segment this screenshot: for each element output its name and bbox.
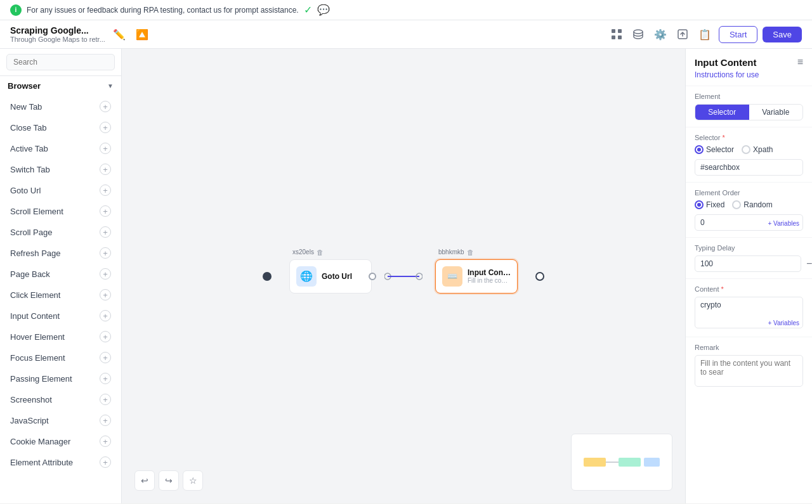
star-button[interactable]: ☆ (183, 470, 203, 491)
order-radio-group: Fixed Random (695, 200, 803, 209)
sidebar-item-label: JavaScript (10, 416, 100, 425)
sidebar-items: New Tab + Close Tab + Active Tab + Switc… (0, 96, 121, 503)
typing-delay-decrement-button[interactable]: − (805, 258, 812, 269)
sidebar-item-element-attribute[interactable]: Element Attribute + (3, 452, 119, 472)
start-dot (263, 272, 272, 281)
node1-connector-right (369, 273, 376, 280)
right-panel-menu-button[interactable]: ≡ (797, 56, 803, 68)
goto-url-node[interactable]: 🌐 Goto Url (289, 259, 372, 294)
typing-delay-section: Typing Delay − + (686, 237, 812, 278)
selector-label: Selector (695, 134, 803, 141)
variable-toggle-button[interactable]: Variable (749, 105, 803, 120)
add-screenshot-button[interactable]: + (100, 394, 111, 405)
edit-icon[interactable]: ✏️ (110, 26, 128, 43)
add-input-content-button[interactable]: + (100, 310, 111, 321)
grid-icon[interactable] (608, 26, 625, 42)
sidebar-item-scroll-element[interactable]: Scroll Element + (3, 201, 119, 221)
instructions-link[interactable]: Instructions for use (686, 70, 812, 86)
add-javascript-button[interactable]: + (100, 415, 111, 426)
sidebar-item-refresh-page[interactable]: Refresh Page + (3, 243, 119, 263)
add-scroll-page-button[interactable]: + (100, 226, 111, 238)
content-variables-link[interactable]: + Variables (768, 320, 799, 326)
mini-map (571, 434, 672, 491)
start-button[interactable]: Start (719, 26, 757, 43)
sidebar-item-input-content[interactable]: Input Content + (3, 306, 119, 326)
connector (384, 270, 422, 283)
random-radio-item[interactable]: Random (732, 200, 772, 209)
delete-node1-button[interactable]: 🗑 (317, 249, 324, 256)
sidebar-item-javascript[interactable]: JavaScript + (3, 410, 119, 430)
collapse-icon[interactable]: 🔼 (133, 26, 151, 43)
add-active-tab-button[interactable]: + (100, 143, 111, 154)
add-element-attribute-button[interactable]: + (100, 456, 111, 468)
search-input[interactable] (6, 54, 115, 70)
sidebar-item-scroll-page[interactable]: Scroll Page + (3, 222, 119, 242)
add-hover-element-button[interactable]: + (100, 331, 111, 342)
sidebar-item-label: Click Element (10, 290, 100, 300)
undo-button[interactable]: ↩ (134, 470, 155, 491)
typing-delay-input[interactable] (695, 255, 801, 272)
node2-name: Input Content (468, 268, 511, 277)
add-page-back-button[interactable]: + (100, 268, 111, 280)
xpath-radio-item[interactable]: Xpath (742, 145, 773, 154)
database-icon[interactable] (630, 26, 646, 42)
sidebar-item-switch-tab[interactable]: Switch Tab + (3, 159, 119, 179)
sidebar-item-cookie-manager[interactable]: Cookie Manager + (3, 431, 119, 451)
sidebar-item-close-tab[interactable]: Close Tab + (3, 117, 119, 138)
node2-desc: Fill in the cont... (468, 277, 511, 284)
element-toggle: Selector Variable (695, 104, 803, 120)
right-panel-header: Input Content ≡ (686, 49, 812, 70)
sidebar-item-active-tab[interactable]: Active Tab + (3, 138, 119, 158)
sidebar-item-new-tab[interactable]: New Tab + (3, 96, 119, 117)
selector-radio-item[interactable]: Selector (695, 145, 734, 154)
sidebar-search-container (0, 49, 121, 76)
browser-section-header[interactable]: Browser ▼ (0, 76, 121, 96)
add-passing-element-button[interactable]: + (100, 373, 111, 384)
svg-rect-9 (584, 458, 606, 467)
add-click-element-button[interactable]: + (100, 289, 111, 300)
sidebar-item-label: Scroll Element (10, 207, 100, 216)
order-input-row: + Variables (695, 214, 803, 231)
sidebar-item-click-element[interactable]: Click Element + (3, 285, 119, 305)
node2-badge: bbhkmkb 🗑 (435, 248, 477, 257)
add-new-tab-button[interactable]: + (100, 101, 111, 112)
project-title: Scraping Google... (10, 25, 105, 36)
order-variables-link[interactable]: + Variables (768, 220, 799, 227)
settings-icon[interactable]: ⚙️ (652, 26, 669, 43)
svg-rect-2 (612, 36, 615, 39)
sidebar-item-label: Element Attribute (10, 458, 100, 467)
svg-rect-3 (618, 36, 622, 39)
add-goto-url-button[interactable]: + (100, 184, 111, 196)
add-scroll-element-button[interactable]: + (100, 205, 111, 217)
add-switch-tab-button[interactable]: + (100, 164, 111, 175)
selector-toggle-button[interactable]: Selector (695, 105, 749, 120)
selector-input[interactable] (695, 159, 803, 176)
sidebar-item-screenshot[interactable]: Screenshot + (3, 389, 119, 410)
sidebar-item-passing-element[interactable]: Passing Element + (3, 368, 119, 389)
save-button[interactable]: Save (763, 27, 802, 42)
content-label: Content (695, 285, 803, 293)
sidebar-item-label: Page Back (10, 269, 100, 279)
clipboard-icon[interactable]: 📋 (696, 26, 714, 43)
sidebar-item-goto-url[interactable]: Goto Url + (3, 180, 119, 200)
add-refresh-page-button[interactable]: + (100, 247, 111, 259)
selector-section: Selector Selector Xpath (686, 127, 812, 182)
add-cookie-manager-button[interactable]: + (100, 436, 111, 447)
add-close-tab-button[interactable]: + (100, 122, 111, 133)
fixed-radio-circle (695, 200, 704, 209)
redo-button[interactable]: ↪ (159, 470, 179, 491)
remark-textarea[interactable] (695, 355, 803, 387)
canvas[interactable]: xs20els 🗑 🌐 Goto Url (122, 49, 685, 503)
export-icon[interactable] (674, 26, 691, 42)
sidebar-item-label: Input Content (10, 311, 100, 321)
sidebar-item-label: Active Tab (10, 144, 100, 153)
fixed-radio-label: Fixed (706, 200, 724, 209)
add-focus-element-button[interactable]: + (100, 352, 111, 363)
notification-icon: i (10, 4, 22, 16)
sidebar-item-page-back[interactable]: Page Back + (3, 264, 119, 284)
sidebar-item-hover-element[interactable]: Hover Element + (3, 326, 119, 347)
delete-node2-button[interactable]: 🗑 (467, 249, 474, 256)
sidebar-item-focus-element[interactable]: Focus Element + (3, 347, 119, 368)
fixed-radio-item[interactable]: Fixed (695, 200, 724, 209)
input-content-node[interactable]: ⌨️ Input Content Fill in the cont... (435, 259, 518, 294)
